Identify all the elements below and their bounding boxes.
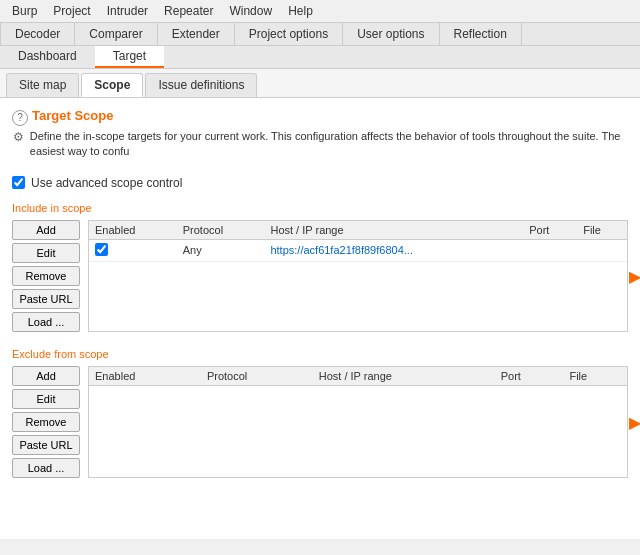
excol-file: File [563,367,627,386]
exclude-load-button[interactable]: Load ... [12,458,80,478]
menu-project[interactable]: Project [45,2,98,20]
exclude-table: Enabled Protocol Host / IP range Port Fi… [89,367,627,386]
include-edit-button[interactable]: Edit [12,243,80,263]
excol-protocol: Protocol [201,367,313,386]
include-table-header-row: Enabled Protocol Host / IP range Port Fi… [89,221,627,240]
tab-user-options[interactable]: User options [343,23,439,45]
menubar: Burp Project Intruder Repeater Window He… [0,0,640,23]
main-content: ? Target Scope ⚙ Define the in-scope tar… [0,98,640,539]
advanced-scope-checkbox[interactable] [12,176,25,189]
col-host: Host / IP range [264,221,523,240]
col-port: Port [523,221,577,240]
subtab-dashboard[interactable]: Dashboard [0,46,95,68]
menu-burp[interactable]: Burp [4,2,45,20]
tab-extender[interactable]: Extender [158,23,235,45]
row-host: https://acf61fa21f8f89f6804... [264,239,523,261]
excol-host: Host / IP range [313,367,495,386]
gear-icon: ⚙ [12,129,26,145]
help-icon[interactable]: ? [12,110,28,126]
include-remove-button[interactable]: Remove [12,266,80,286]
menu-help[interactable]: Help [280,2,321,20]
include-add-button[interactable]: Add [12,220,80,240]
tab-decoder[interactable]: Decoder [0,23,75,45]
include-table: Enabled Protocol Host / IP range Port Fi… [89,221,627,262]
row-enabled-checkbox[interactable] [95,243,108,256]
col-file: File [577,221,627,240]
pagetab-issue-definitions[interactable]: Issue definitions [145,73,257,97]
exclude-add-button[interactable]: Add [12,366,80,386]
col-protocol: Protocol [177,221,265,240]
exclude-buttons: Add Edit Remove Paste URL Load ... [12,366,80,478]
include-paste-url-button[interactable]: Paste URL [12,289,80,309]
exclude-edit-button[interactable]: Edit [12,389,80,409]
sub-tabs: Dashboard Target [0,46,640,69]
exclude-paste-url-button[interactable]: Paste URL [12,435,80,455]
row-port [523,239,577,261]
title-row: ? Target Scope [12,108,628,127]
exclude-label: Exclude from scope [12,348,628,360]
include-load-button[interactable]: Load ... [12,312,80,332]
scope-description: Define the in-scope targets for your cur… [30,129,628,160]
description-row: ⚙ Define the in-scope targets for your c… [12,129,628,168]
advanced-scope-label: Use advanced scope control [31,176,182,190]
exclude-scope-container: Add Edit Remove Paste URL Load ... Enabl… [12,366,628,478]
tab-project-options[interactable]: Project options [235,23,343,45]
pagetab-sitemap[interactable]: Site map [6,73,79,97]
exclude-table-wrapper: Enabled Protocol Host / IP range Port Fi… [88,366,628,478]
menu-repeater[interactable]: Repeater [156,2,221,20]
excol-enabled: Enabled [89,367,201,386]
include-arrow-icon: ▶ [629,266,640,285]
advanced-scope-row: Use advanced scope control [12,176,628,190]
subtab-target[interactable]: Target [95,46,164,68]
table-row[interactable]: Anyhttps://acf61fa21f8f89f6804... [89,239,627,261]
tool-tabs: Decoder Comparer Extender Project option… [0,23,640,46]
row-file [577,239,627,261]
exclude-table-header-row: Enabled Protocol Host / IP range Port Fi… [89,367,627,386]
pagetab-scope[interactable]: Scope [81,73,143,97]
page-title: Target Scope [32,108,113,123]
tab-reflection[interactable]: Reflection [440,23,522,45]
page-tabs: Site map Scope Issue definitions [0,69,640,98]
menu-intruder[interactable]: Intruder [99,2,156,20]
excol-port: Port [495,367,564,386]
exclude-remove-button[interactable]: Remove [12,412,80,432]
menu-window[interactable]: Window [221,2,280,20]
include-table-wrapper: Enabled Protocol Host / IP range Port Fi… [88,220,628,332]
include-scope-container: Add Edit Remove Paste URL Load ... Enabl… [12,220,628,332]
include-label: Include in scope [12,202,628,214]
tab-comparer[interactable]: Comparer [75,23,157,45]
exclude-arrow-icon: ▶ [629,412,640,431]
col-enabled: Enabled [89,221,177,240]
include-buttons: Add Edit Remove Paste URL Load ... [12,220,80,332]
row-protocol: Any [177,239,265,261]
